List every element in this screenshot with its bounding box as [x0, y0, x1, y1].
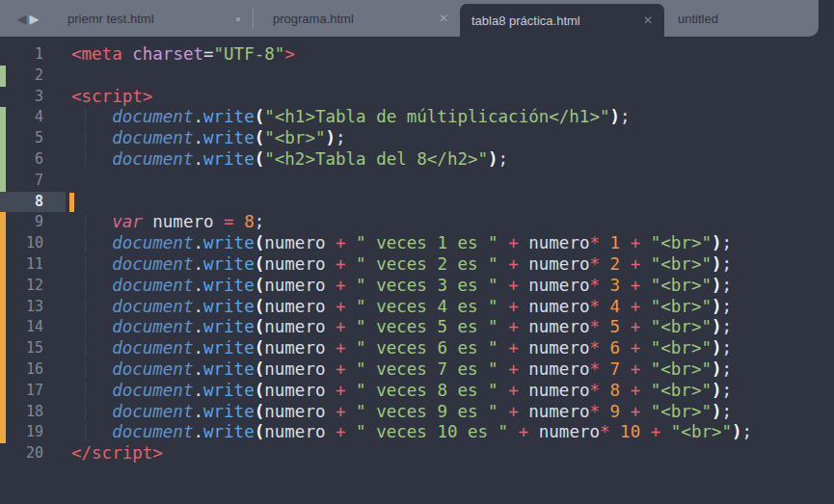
code-token: var — [112, 212, 143, 231]
code-token — [498, 338, 509, 358]
gutter-cell: 12 — [0, 276, 66, 297]
code-line-text — [66, 66, 834, 87]
line-number[interactable]: 1 — [6, 44, 66, 66]
code-token: numero — [519, 297, 590, 316]
code-line[interactable]: 20</script> — [0, 443, 834, 464]
code-token: "<br>" — [651, 338, 712, 358]
code-token: + — [631, 254, 641, 274]
code-token: + — [336, 317, 346, 336]
code-line[interactable]: 2 — [0, 66, 834, 87]
code-token — [640, 317, 651, 336]
line-number[interactable]: 5 — [6, 128, 66, 149]
line-number[interactable]: 4 — [6, 107, 66, 128]
code-token: ) — [712, 254, 722, 274]
close-icon[interactable]: ✕ — [439, 12, 448, 25]
code-token: ( — [255, 422, 265, 441]
code-token — [508, 422, 519, 441]
code-token: document — [112, 254, 193, 274]
code-editor[interactable]: 1<meta charset="UTF-8">23<script>4 docum… — [0, 37, 834, 504]
code-token: + — [631, 233, 641, 252]
code-token — [620, 276, 631, 295]
line-number[interactable]: 16 — [6, 359, 66, 381]
code-token: ) — [712, 233, 722, 252]
tab-priemr-test-html[interactable]: priemr test.html● — [56, 0, 253, 37]
code-token: 9 — [610, 402, 621, 421]
code-line[interactable]: 5 document.write("<br>"); — [0, 128, 834, 149]
line-number[interactable]: 2 — [6, 66, 66, 87]
line-number[interactable]: 11 — [6, 254, 66, 276]
code-token: write — [203, 254, 255, 274]
forward-icon[interactable]: ▶ — [30, 13, 40, 25]
code-token: . — [193, 338, 203, 358]
line-number[interactable]: 17 — [6, 381, 66, 402]
code-token: ( — [255, 276, 265, 295]
code-token: ; — [722, 233, 733, 252]
code-token: + — [336, 254, 346, 274]
code-line[interactable]: 8 — [0, 192, 834, 213]
code-token: + — [508, 233, 519, 252]
code-token — [600, 359, 610, 379]
code-token: ) — [609, 107, 620, 126]
line-number[interactable]: 19 — [6, 422, 66, 443]
code-line[interactable]: 12 document.write(numero + " veces 3 es … — [0, 276, 834, 297]
code-token — [600, 254, 610, 274]
line-number[interactable]: 14 — [6, 317, 66, 338]
line-number[interactable]: 18 — [6, 402, 66, 423]
code-line[interactable]: 11 document.write(numero + " veces 2 es … — [0, 254, 834, 276]
code-line[interactable]: 4 document.write("<h1>Tabla de múltiplic… — [0, 107, 834, 128]
gutter-cell: 8 — [0, 192, 66, 213]
gutter-cell: 4 — [0, 107, 66, 128]
code-token: "<br>" — [651, 381, 712, 400]
code-token: document — [112, 149, 193, 169]
code-token — [640, 402, 651, 421]
code-token — [346, 317, 357, 336]
line-number[interactable]: 8 — [6, 192, 66, 213]
line-number[interactable]: 12 — [6, 276, 66, 297]
code-line[interactable]: 16 document.write(numero + " veces 7 es … — [0, 359, 834, 381]
code-token: . — [193, 317, 203, 336]
code-line[interactable]: 3<script> — [0, 87, 834, 108]
line-number[interactable]: 9 — [6, 212, 66, 233]
text-cursor — [69, 193, 74, 212]
code-line[interactable]: 7 — [0, 171, 834, 192]
code-token: numero — [519, 317, 590, 336]
code-token: numero — [264, 422, 336, 441]
close-icon[interactable]: ✕ — [643, 13, 653, 27]
line-number[interactable]: 20 — [6, 443, 66, 464]
line-number[interactable]: 7 — [6, 171, 66, 192]
code-token — [660, 422, 671, 441]
code-token: numero — [519, 338, 590, 358]
code-line[interactable]: 10 document.write(numero + " veces 1 es … — [0, 233, 834, 254]
code-line[interactable]: 1<meta charset="UTF-8"> — [0, 44, 834, 66]
code-token: + — [336, 359, 346, 379]
line-number[interactable]: 3 — [6, 87, 66, 108]
code-token: ) — [488, 149, 498, 169]
back-icon[interactable]: ◀ — [17, 13, 27, 25]
code-line[interactable]: 17 document.write(numero + " veces 8 es … — [0, 381, 834, 402]
gutter-cell: 18 — [0, 402, 66, 423]
code-token: + — [508, 276, 519, 295]
line-number[interactable]: 15 — [6, 338, 66, 359]
code-line[interactable]: 15 document.write(numero + " veces 6 es … — [0, 338, 834, 359]
code-line[interactable]: 13 document.write(numero + " veces 4 es … — [0, 297, 834, 318]
code-line[interactable]: 19 document.write(numero + " veces 10 es… — [0, 422, 834, 443]
line-number[interactable]: 10 — [6, 233, 66, 254]
tab-programa-html[interactable]: programa.html✕ — [254, 0, 460, 37]
code-line[interactable]: 14 document.write(numero + " veces 5 es … — [0, 317, 834, 338]
code-line-text: document.write("<h1>Tabla de múltiplicac… — [66, 107, 834, 128]
code-token — [234, 212, 245, 231]
code-token — [71, 381, 112, 400]
code-line[interactable]: 9 var numero = 8; — [0, 212, 834, 233]
code-token: ; — [722, 338, 733, 358]
code-line[interactable]: 18 document.write(numero + " veces 9 es … — [0, 402, 834, 423]
code-token — [640, 381, 651, 400]
code-line[interactable]: 6 document.write("<h2>Tabla del 8</h2>")… — [0, 149, 834, 171]
code-token — [71, 276, 112, 295]
code-token — [346, 402, 357, 421]
line-number[interactable]: 13 — [6, 297, 66, 318]
line-number[interactable]: 6 — [6, 149, 66, 171]
tab-untitled[interactable]: untitled — [664, 0, 809, 37]
tab-tabla8-pr-ctica-html[interactable]: tabla8 práctica.html✕ — [460, 4, 664, 37]
gutter-cell: 3 — [0, 87, 66, 108]
code-token — [71, 128, 112, 147]
